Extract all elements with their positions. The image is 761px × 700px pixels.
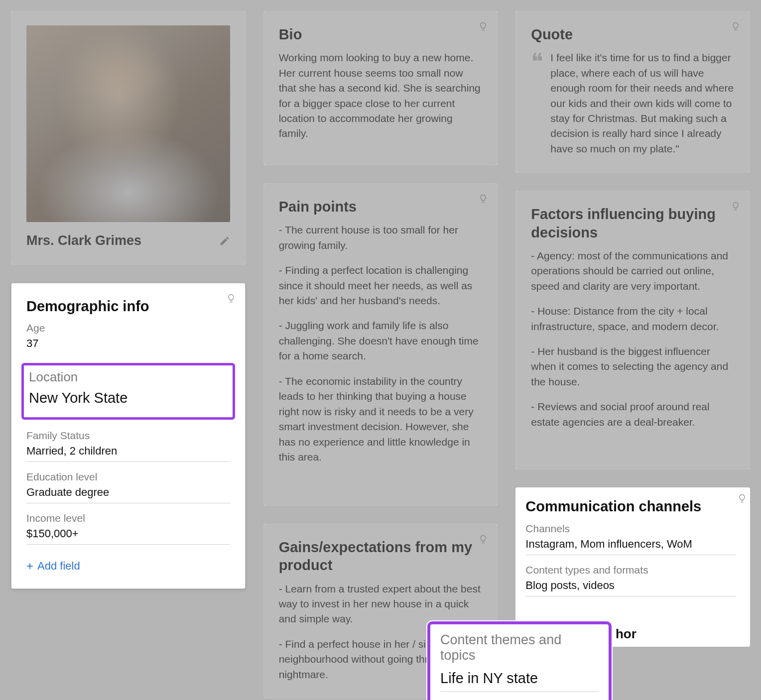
- location-label: Location: [29, 369, 228, 385]
- gains-item: - Learn from a trusted expert about the …: [279, 582, 483, 627]
- pain-item: - The current house is too small for her…: [279, 223, 483, 253]
- family-value[interactable]: Married, 2 children: [26, 445, 230, 462]
- factors-card: Factors influencing buying decisions - A…: [515, 191, 750, 469]
- family-label: Family Status: [26, 430, 230, 442]
- quote-card: Quote ❝ I feel like it's time for us to …: [515, 11, 750, 173]
- age-value[interactable]: 37: [26, 337, 230, 354]
- channels-value[interactable]: Instagram, Mom influencers, WoM: [525, 538, 736, 555]
- plus-icon: +: [26, 560, 33, 572]
- lightbulb-icon[interactable]: [731, 20, 741, 32]
- add-field-label: Add field: [37, 560, 80, 573]
- income-value[interactable]: $150,000+: [26, 527, 230, 545]
- pain-card: Pain points - The current house is too s…: [263, 183, 498, 506]
- lightbulb-icon[interactable]: [478, 193, 488, 205]
- location-value[interactable]: New York State: [29, 390, 228, 410]
- education-value[interactable]: Graduate degree: [26, 486, 230, 503]
- pain-title: Pain points: [279, 198, 483, 216]
- themes-highlight-popup: Content themes and topics Life in NY sta…: [427, 621, 612, 700]
- factors-item: - House: Distance from the city + local …: [531, 304, 735, 334]
- factors-title: Factors influencing buying decisions: [531, 205, 735, 241]
- pain-item: - The economic instability in the countr…: [279, 374, 483, 465]
- education-label: Education level: [26, 471, 230, 483]
- themes-value[interactable]: Life in NY state: [440, 670, 599, 692]
- comm-title: Communication channels: [525, 497, 736, 515]
- bio-card: Bio Working mom looking to buy a new hom…: [263, 11, 498, 165]
- factors-item: - Reviews and social proof around real e…: [531, 399, 735, 430]
- lightbulb-icon[interactable]: [226, 292, 236, 304]
- pain-item: - Juggling work and family life is also …: [279, 318, 483, 363]
- add-field-button[interactable]: + Add field: [26, 560, 230, 573]
- formats-value[interactable]: Blog posts, videos: [525, 579, 736, 596]
- bio-text: Working mom looking to buy a new home. H…: [279, 50, 483, 141]
- quote-title: Quote: [531, 25, 735, 43]
- quote-mark-icon: ❝: [531, 55, 543, 156]
- pain-item: - Finding a perfect location is challeng…: [279, 263, 483, 308]
- lightbulb-icon[interactable]: [737, 492, 747, 504]
- gains-title: Gains/expectations from my product: [279, 538, 483, 575]
- lightbulb-icon[interactable]: [478, 20, 488, 32]
- bio-title: Bio: [279, 25, 483, 43]
- income-label: Income level: [26, 512, 230, 524]
- lightbulb-icon[interactable]: [478, 533, 488, 545]
- lightbulb-icon[interactable]: [731, 200, 741, 212]
- demographic-title: Demographic info: [26, 297, 230, 315]
- persona-avatar: [26, 25, 230, 222]
- formats-label: Content types and formats: [525, 564, 736, 576]
- age-label: Age: [26, 322, 230, 334]
- factors-item: - Agency: most of the communications and…: [531, 248, 735, 294]
- persona-name: Mrs. Clark Grimes: [26, 233, 141, 248]
- demographic-card: Demographic info Age 37 Location New Yor…: [11, 283, 246, 589]
- profile-card: Mrs. Clark Grimes: [11, 11, 246, 265]
- quote-text: I feel like it's time for us to find a b…: [550, 50, 735, 156]
- location-highlight: Location New York State: [21, 363, 235, 420]
- edit-name-icon[interactable]: [219, 235, 230, 246]
- factors-item: - Her husband is the biggest influencer …: [531, 344, 735, 389]
- channels-label: Channels: [525, 523, 736, 535]
- themes-label: Content themes and topics: [440, 632, 599, 663]
